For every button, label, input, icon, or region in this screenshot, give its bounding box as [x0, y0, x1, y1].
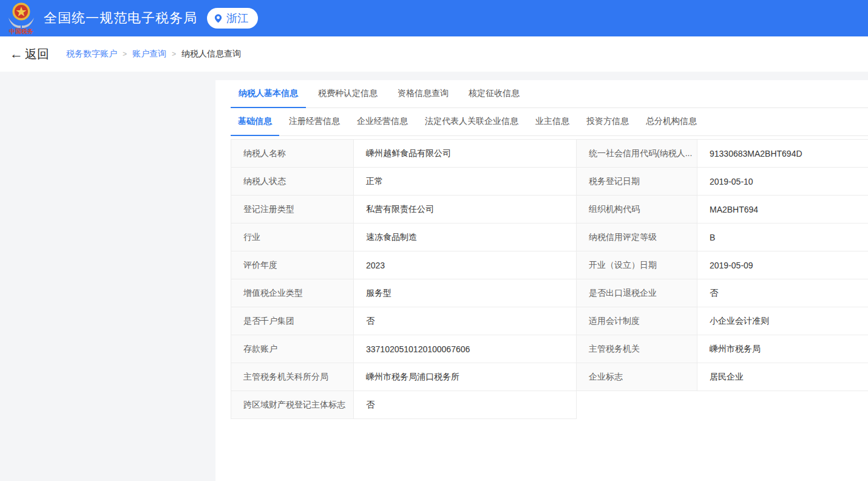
logo-caption: 中国税务: [9, 28, 33, 35]
field-value: [697, 391, 868, 419]
secondary-tabs: 基础信息 注册经营信息 企业经营信息 法定代表人关联企业信息 业主信息 投资方信…: [231, 108, 868, 136]
table-row: 增值税企业类型 服务型 是否出口退税企业 否: [231, 279, 868, 307]
region-badge[interactable]: 浙江: [207, 8, 258, 29]
table-row: 跨区域财产税登记主体标志 否: [231, 391, 868, 419]
field-value: 2019-05-09: [697, 251, 868, 279]
table-row: 主管税务机关科所分局 嵊州市税务局浦口税务所 企业标志 居民企业: [231, 363, 868, 391]
field-value: 2019-05-10: [697, 168, 868, 196]
field-label: 增值税企业类型: [231, 279, 354, 307]
breadcrumb-separator-icon: >: [172, 50, 176, 58]
breadcrumb-item-digital-account[interactable]: 税务数字账户: [66, 49, 117, 60]
table-row: 是否千户集团 否 适用会计制度 小企业会计准则: [231, 307, 868, 335]
secondary-tab-item[interactable]: 注册经营信息: [282, 116, 347, 135]
table-row: 评价年度 2023 开业（设立）日期 2019-05-09: [231, 251, 868, 279]
field-label: 跨区域财产税登记主体标志: [231, 391, 354, 419]
primary-tab-item[interactable]: 核定征收信息: [461, 88, 527, 107]
location-pin-icon: [213, 13, 223, 24]
field-value: 否: [354, 307, 577, 335]
field-label: 登记注册类型: [231, 196, 354, 223]
field-value: MA2BHT694: [697, 196, 868, 223]
field-label: 行业: [231, 223, 354, 251]
field-value: 91330683MA2BHT694D: [697, 140, 868, 168]
field-value: 私营有限责任公司: [354, 196, 577, 223]
app-header: 中国税务 全国统一规范电子税务局 浙江: [0, 0, 868, 36]
field-value: 嵊州市税务局: [697, 335, 868, 363]
secondary-tab-item[interactable]: 企业经营信息: [350, 116, 415, 135]
table-row: 纳税人名称 嵊州越鲜食品有限公司 统一社会信用代码(纳税人... 9133068…: [231, 140, 868, 168]
field-value: 正常: [354, 168, 577, 196]
secondary-tab-item[interactable]: 业主信息: [528, 116, 577, 135]
breadcrumb-bar: ← 返回 税务数字账户 > 账户查询 > 纳税人信息查询: [0, 36, 868, 72]
field-value: 服务型: [354, 279, 577, 307]
breadcrumb: 税务数字账户 > 账户查询 > 纳税人信息查询: [66, 49, 241, 60]
field-label: 主管税务机关: [577, 335, 697, 363]
field-label: 是否千户集团: [231, 307, 354, 335]
field-value: 2023: [354, 251, 577, 279]
field-label: 统一社会信用代码(纳税人...: [577, 140, 697, 168]
taxpayer-info-table: 纳税人名称 嵊州越鲜食品有限公司 统一社会信用代码(纳税人... 9133068…: [231, 139, 868, 419]
table-row: 行业 速冻食品制造 纳税信用评定等级 B: [231, 223, 868, 251]
field-value: 居民企业: [697, 363, 868, 391]
field-label: [577, 391, 697, 419]
primary-tab-item[interactable]: 资格信息查询: [390, 88, 456, 107]
field-value: 小企业会计准则: [697, 307, 868, 335]
field-label: 税务登记日期: [577, 168, 697, 196]
field-label: 开业（设立）日期: [577, 251, 697, 279]
field-value: B: [697, 223, 868, 251]
back-label: 返回: [25, 46, 49, 63]
field-label: 是否出口退税企业: [577, 279, 697, 307]
field-label: 适用会计制度: [577, 307, 697, 335]
breadcrumb-item-current: 纳税人信息查询: [181, 49, 241, 60]
primary-tabs: 纳税人基本信息 税费种认定信息 资格信息查询 核定征收信息: [231, 80, 868, 108]
region-name: 浙江: [226, 11, 248, 26]
table-row: 纳税人状态 正常 税务登记日期 2019-05-10: [231, 168, 868, 196]
field-value: 否: [697, 279, 868, 307]
main-area: 纳税人基本信息 税费种认定信息 资格信息查询 核定征收信息 基础信息 注册经营信…: [0, 80, 868, 481]
field-value: 否: [354, 391, 577, 419]
field-value: 嵊州越鲜食品有限公司: [354, 140, 577, 168]
table-row: 登记注册类型 私营有限责任公司 组织机构代码 MA2BHT694: [231, 196, 868, 223]
content-panel: 纳税人基本信息 税费种认定信息 资格信息查询 核定征收信息 基础信息 注册经营信…: [215, 80, 868, 481]
field-label: 存款账户: [231, 335, 354, 363]
secondary-tab-item[interactable]: 总分机构信息: [639, 116, 704, 135]
secondary-tab-item[interactable]: 法定代表人关联企业信息: [418, 116, 526, 135]
field-value: 速冻食品制造: [354, 223, 577, 251]
app-title: 全国统一规范电子税务局: [44, 9, 197, 27]
tax-bureau-logo-icon: 中国税务: [7, 2, 35, 35]
field-label: 纳税人名称: [231, 140, 354, 168]
back-arrow-icon: ←: [10, 47, 23, 61]
field-value: 嵊州市税务局浦口税务所: [354, 363, 577, 391]
field-label: 评价年度: [231, 251, 354, 279]
secondary-tab-item[interactable]: 基础信息: [231, 116, 279, 135]
breadcrumb-separator-icon: >: [123, 50, 127, 58]
field-label: 组织机构代码: [577, 196, 697, 223]
breadcrumb-item-account-query[interactable]: 账户查询: [132, 49, 166, 60]
back-button[interactable]: ← 返回: [10, 46, 49, 63]
field-label: 纳税信用评定等级: [577, 223, 697, 251]
primary-tab-item[interactable]: 税费种认定信息: [310, 88, 385, 107]
field-label: 主管税务机关科所分局: [231, 363, 354, 391]
field-label: 纳税人状态: [231, 168, 354, 196]
secondary-tab-item[interactable]: 投资方信息: [579, 116, 636, 135]
field-label: 企业标志: [577, 363, 697, 391]
primary-tab-item[interactable]: 纳税人基本信息: [231, 88, 306, 107]
table-row: 存款账户 3371020510120100067606 主管税务机关 嵊州市税务…: [231, 335, 868, 363]
field-value: 3371020510120100067606: [354, 335, 577, 363]
